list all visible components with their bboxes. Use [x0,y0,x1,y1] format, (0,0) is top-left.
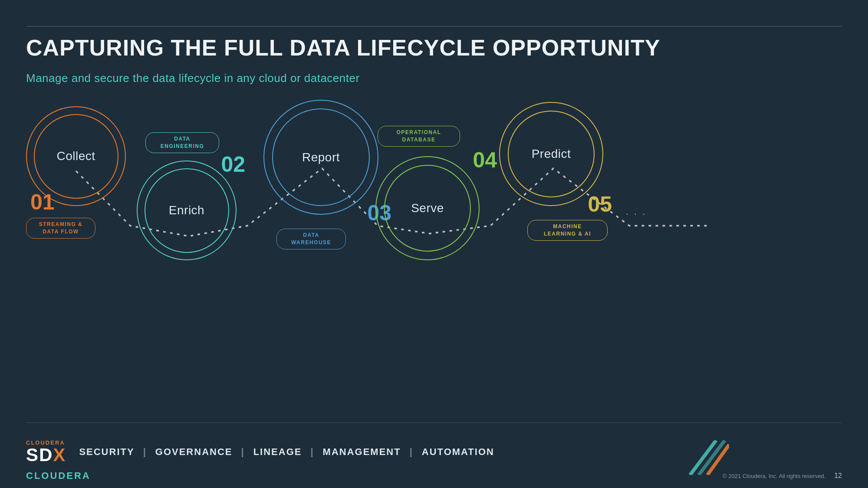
sdx-sep-1: | [143,446,147,458]
page-number: 12 [834,472,842,480]
serve-label: Serve [411,201,444,215]
enrich-pill: DATAENGINEERING [145,132,219,153]
collect-circle-inner: Collect [34,114,118,199]
sdx-divider [26,422,842,423]
sdx-text: SDX [26,446,66,464]
sdx-sep-2: | [241,446,244,458]
footer: CLOUDERA © 2021 Cloudera, Inc. All right… [26,470,842,481]
report-label: Report [302,151,340,164]
sdx-sep-3: | [310,446,314,458]
trailing-dots: . . . [626,207,647,217]
predict-pill: MACHINELEARNING & AI [527,220,608,241]
sdx-lineage: LINEAGE [253,446,302,458]
serve-circle-inner: Serve [384,165,471,252]
serve-pill: OPERATIONALDATABASE [378,126,460,147]
sdx-sep-4: | [410,446,413,458]
node-predict: Predict 05 MACHINELEARNING & AI . . . [499,102,603,206]
sdx-items: SECURITY | GOVERNANCE | LINEAGE | MANAGE… [79,446,494,458]
sdx-automation: AUTOMATION [422,446,494,458]
node-serve: OPERATIONALDATABASE 04 Serve [375,156,480,260]
lifecycle-diagram: Collect 01 STREAMING &DATA FLOW DATAENGI… [0,95,868,419]
predict-circle-inner: Predict [508,111,595,197]
report-circle-outer: Report [263,100,378,215]
sdx-security: SECURITY [79,446,134,458]
enrich-circle-outer: Enrich [137,160,237,260]
collect-number: 01 [30,190,55,215]
serve-number: 04 [473,147,497,173]
page-subtitle: Manage and secure the data lifecycle in … [26,72,360,85]
footer-right: © 2021 Cloudera, Inc. All rights reserve… [723,472,842,480]
enrich-label: Enrich [169,203,204,217]
report-circle-inner: Report [272,108,370,206]
predict-circle-outer: Predict [499,102,603,206]
diagonal-decoration [677,440,729,475]
copyright-text: © 2021 Cloudera, Inc. All rights reserve… [723,473,825,479]
cloudera-footer-logo: CLOUDERA [26,470,91,481]
serve-circle-outer: Serve [375,156,480,260]
sdx-x: X [53,445,66,465]
collect-pill: STREAMING &DATA FLOW [26,218,95,239]
enrich-circle-inner: Enrich [145,168,229,253]
sdx-management: MANAGEMENT [323,446,401,458]
sdx-logo: CLOUDERA SDX [26,439,66,464]
node-enrich: DATAENGINEERING 02 Enrich [137,160,237,260]
predict-label: Predict [532,147,571,161]
node-report: Report 03 DATAWAREHOUSE [263,100,378,215]
enrich-number: 02 [221,152,245,177]
node-collect: Collect 01 STREAMING &DATA FLOW [26,106,126,206]
report-pill: DATAWAREHOUSE [276,229,346,249]
predict-number: 05 [588,192,612,217]
collect-label: Collect [56,149,95,163]
sdx-governance: GOVERNANCE [155,446,233,458]
page-title: CAPTURING THE FULL DATA LIFECYCLE OPPORT… [26,35,661,61]
top-divider [26,26,842,26]
